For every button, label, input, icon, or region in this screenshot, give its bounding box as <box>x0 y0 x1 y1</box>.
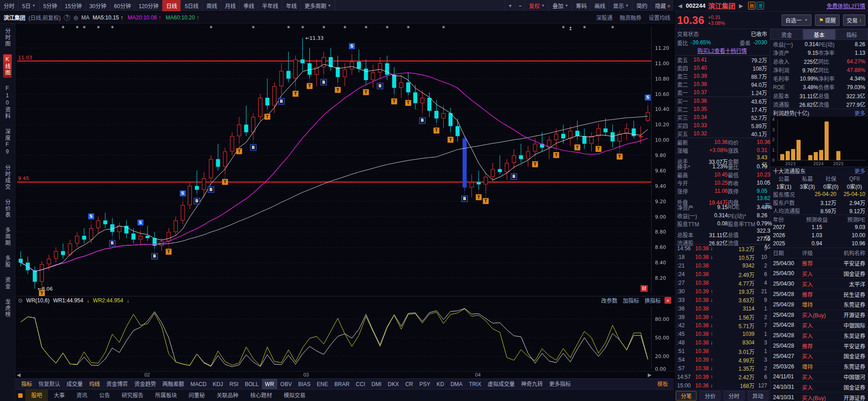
trade-button[interactable]: 交易 ↕ <box>843 14 865 26</box>
indicator-tab[interactable]: 资金博弈 <box>103 379 131 390</box>
bid-row[interactable]: 买五10.3240.1万 <box>674 129 770 138</box>
indicator-tab[interactable]: BIAS <box>295 379 313 390</box>
buy-l2-link[interactable]: 购买L2查看十档行情 <box>674 47 770 55</box>
indicator-tab[interactable]: MACD <box>187 379 209 390</box>
indicator-tab[interactable]: 神奇九转 <box>518 379 546 390</box>
period-tab[interactable]: 5日▼ <box>19 0 40 11</box>
period-tab[interactable]: 月线 <box>221 0 240 11</box>
ask-row[interactable]: 卖一10.371.24万 <box>674 88 770 96</box>
indicator-tab[interactable]: CR <box>402 379 416 390</box>
rating-row[interactable]: 25/04/28推荐民生证券 <box>770 289 868 300</box>
period-tab[interactable]: 周线 <box>203 0 221 11</box>
tick-row[interactable]: :3010.39 ↑19.3万21 <box>674 287 770 296</box>
tool-button[interactable]: 显示▼ <box>609 0 632 11</box>
indicator-tab[interactable]: 两融差额 <box>159 379 187 390</box>
tick-row[interactable]: :3310.38 ↓3.63万9 <box>674 296 770 304</box>
tool-button[interactable]: 隐藏» <box>651 0 674 11</box>
indicator-menu-button[interactable]: 指标 <box>18 379 35 390</box>
indicator-tab[interactable]: DKX <box>384 379 402 390</box>
period-tab[interactable]: 日线 <box>162 0 181 11</box>
panel-tab[interactable]: 资金 <box>770 29 803 40</box>
rating-row[interactable]: 25/04/30推荐平安证券 <box>770 258 868 269</box>
tool-button[interactable]: 叠加▼ <box>548 0 572 11</box>
rating-row[interactable]: 25/04/28买入中银国际 <box>770 320 868 331</box>
rating-row[interactable]: 25/04/30买入国金证券 <box>770 269 868 279</box>
indicator-tab[interactable]: BOLL <box>242 379 262 390</box>
indicator-tab[interactable]: DMI <box>368 379 384 390</box>
tick-tab[interactable]: 分价 <box>700 391 721 401</box>
ask-row[interactable]: 卖三10.3988.7万 <box>674 72 770 80</box>
rail-item[interactable]: 资金 <box>3 275 12 291</box>
tick-row[interactable]: :4510.38 ↑10391 <box>674 330 770 339</box>
indicator-tab[interactable]: RSI <box>226 379 242 390</box>
kline-chart[interactable] <box>15 24 674 296</box>
indicator-tab[interactable]: KDJ <box>209 379 226 390</box>
tick-row[interactable]: :2110.3893422 <box>674 262 770 270</box>
market-link[interactable]: 设置均线 <box>649 14 670 21</box>
indicator-action-link[interactable]: 改参数 <box>601 296 617 304</box>
content-tab[interactable]: 核心题材 <box>244 390 278 401</box>
indicator-tab[interactable]: CCI <box>353 379 369 390</box>
tick-row[interactable]: :4210.38 ↓5.71万7 <box>674 321 770 330</box>
tool-button[interactable]: 复权▼ <box>525 0 548 11</box>
indicator-tab[interactable]: TRIX <box>466 379 484 390</box>
indicator-tab[interactable]: 更多指标 <box>546 379 574 390</box>
period-tab[interactable]: 120分钟 <box>135 0 162 11</box>
rail-item[interactable]: 多股 <box>3 253 12 270</box>
rail-item[interactable]: 分价表 <box>3 197 12 220</box>
tool-button[interactable]: 筹码 <box>572 0 590 11</box>
bid-row[interactable]: 买二10.3517.4万 <box>674 105 770 113</box>
indicator-tab[interactable]: 虚拟成交量 <box>484 379 518 390</box>
period-tab[interactable]: 60分钟 <box>110 0 135 11</box>
rating-row[interactable]: 24/10/31买入(Buy)开源证券 <box>770 392 868 401</box>
scroll-right-icon[interactable]: ▶ <box>648 372 651 378</box>
tick-tab[interactable]: 分笔 <box>676 391 697 401</box>
ask-row[interactable]: 卖四10.40108万 <box>674 64 770 72</box>
rail-item[interactable]: 分时成交 <box>3 163 12 192</box>
scroll-left-icon[interactable]: ◀ <box>17 372 20 378</box>
watchlist-button[interactable]: 自选一 ▼ <box>782 14 811 26</box>
tick-row[interactable]: :3910.39 ↑1.56万2 <box>674 313 770 321</box>
rating-row[interactable]: 24/10/31买入国金证券 <box>770 382 868 392</box>
period-tab[interactable]: 15分钟 <box>61 0 85 11</box>
prev-stock-icon[interactable]: ◀ <box>677 3 683 9</box>
tick-row[interactable]: 14:5710.39 ↑2.42万6 <box>674 372 770 381</box>
panel-tab[interactable]: 指标 <box>835 29 868 40</box>
rating-row[interactable]: 25/04/30买入太平洋 <box>770 279 868 289</box>
bid-row[interactable]: 买一10.3643.6万 <box>674 97 770 105</box>
tick-row[interactable]: :5410.39 ↑4.99万3 <box>674 356 770 364</box>
camera-icon[interactable]: ◎ <box>73 14 78 21</box>
zoom-out-button[interactable]: − <box>515 0 525 11</box>
market-link[interactable]: 融资融券 <box>620 14 641 21</box>
tick-row[interactable]: :1810.38 ↓10.5万10 <box>674 253 770 262</box>
indicator-tab[interactable]: WR <box>262 379 277 390</box>
close-indicator-icon[interactable]: × <box>664 297 671 304</box>
tick-row[interactable]: :2410.382.49万6 <box>674 270 770 279</box>
rail-item[interactable]: 分时图 <box>3 26 12 49</box>
content-tab[interactable]: 公告 <box>93 390 116 401</box>
holders-more-link[interactable]: 更多 <box>854 167 865 175</box>
indicator-tab[interactable]: KD <box>433 379 447 390</box>
rating-row[interactable]: 25/04/28买入(Buy)开源证券 <box>770 310 868 320</box>
tick-row[interactable]: :2710.384.77万4 <box>674 279 770 287</box>
period-tab[interactable]: 更多周期▼ <box>301 0 335 11</box>
help-icon[interactable]: ? <box>64 14 70 21</box>
content-tab[interactable]: 模拟交易 <box>278 390 311 401</box>
indicator-action-link[interactable]: 加指标 <box>623 296 639 304</box>
tick-tab[interactable]: 分时 <box>724 391 745 401</box>
tick-row[interactable]: :5710.38 ↓1.35万2 <box>674 364 770 372</box>
period-tab[interactable]: 半年线 <box>258 0 282 11</box>
market-link[interactable]: 深股通 <box>596 14 612 21</box>
tick-row[interactable]: 14:5610.38 ↓13.2万5 <box>674 244 770 253</box>
indicator-tab[interactable]: 均线 <box>86 379 103 390</box>
profit-trend-more-link[interactable]: 更多 <box>854 109 865 117</box>
period-tab[interactable]: 季线 <box>240 0 258 11</box>
indicator-tab[interactable]: 资金趋势 <box>131 379 159 390</box>
rating-row[interactable]: 25/04/28买入东吴证券 <box>770 330 868 341</box>
indicator-tab[interactable]: 成交量 <box>63 379 86 390</box>
indicator-tab[interactable]: DMA <box>447 379 466 390</box>
indicator-tab[interactable]: PSY <box>416 379 433 390</box>
tool-button[interactable]: 画线 <box>590 0 609 11</box>
content-tab[interactable]: 资讯 <box>71 390 93 401</box>
rail-item[interactable]: 多周期 <box>3 225 12 248</box>
